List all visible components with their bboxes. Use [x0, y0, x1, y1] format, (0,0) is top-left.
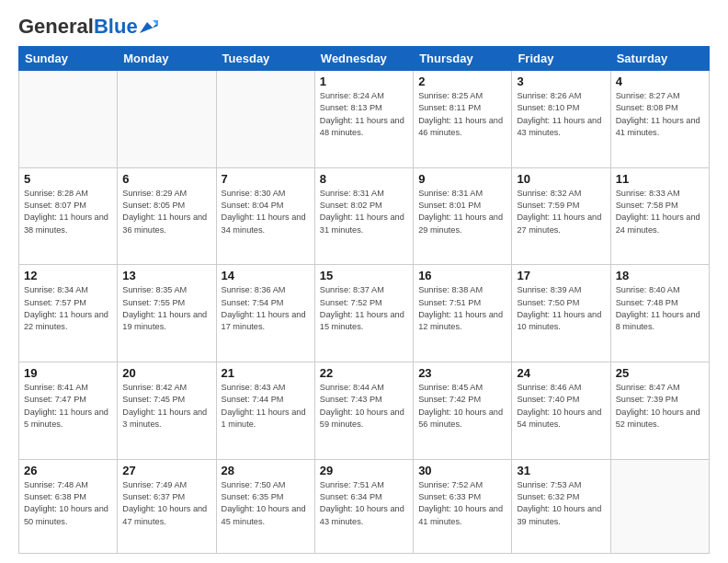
- calendar-cell: 14Sunrise: 8:36 AM Sunset: 7:54 PM Dayli…: [216, 265, 314, 362]
- day-number: 18: [616, 269, 704, 282]
- day-info: Sunrise: 8:47 AM Sunset: 7:39 PM Dayligh…: [616, 382, 704, 431]
- calendar-cell: 2Sunrise: 8:25 AM Sunset: 8:11 PM Daylig…: [414, 71, 512, 168]
- day-number: 4: [616, 75, 704, 88]
- calendar-cell: 12Sunrise: 8:34 AM Sunset: 7:57 PM Dayli…: [19, 265, 118, 362]
- day-info: Sunrise: 8:36 AM Sunset: 7:54 PM Dayligh…: [222, 284, 310, 333]
- day-info: Sunrise: 8:42 AM Sunset: 7:45 PM Dayligh…: [122, 382, 210, 431]
- weekday-header-wednesday: Wednesday: [314, 47, 413, 71]
- weekday-header-tuesday: Tuesday: [216, 47, 314, 71]
- calendar-week-row: 1Sunrise: 8:24 AM Sunset: 8:13 PM Daylig…: [19, 71, 710, 168]
- calendar-cell: 18Sunrise: 8:40 AM Sunset: 7:48 PM Dayli…: [610, 265, 709, 362]
- calendar-table: SundayMondayTuesdayWednesdayThursdayFrid…: [18, 46, 710, 554]
- day-info: Sunrise: 8:46 AM Sunset: 7:40 PM Dayligh…: [517, 382, 605, 431]
- day-info: Sunrise: 8:25 AM Sunset: 8:11 PM Dayligh…: [418, 90, 506, 139]
- calendar-cell: 3Sunrise: 8:26 AM Sunset: 8:10 PM Daylig…: [512, 71, 610, 168]
- day-number: 24: [517, 366, 605, 380]
- day-number: 31: [517, 464, 605, 477]
- calendar-cell: 13Sunrise: 8:35 AM Sunset: 7:55 PM Dayli…: [118, 265, 216, 362]
- day-info: Sunrise: 8:28 AM Sunset: 8:07 PM Dayligh…: [24, 188, 112, 236]
- day-info: Sunrise: 8:38 AM Sunset: 7:51 PM Dayligh…: [418, 284, 506, 333]
- day-number: 19: [24, 366, 112, 380]
- calendar-cell: 22Sunrise: 8:44 AM Sunset: 7:43 PM Dayli…: [314, 362, 413, 460]
- day-number: 28: [222, 464, 310, 477]
- logo: GeneralBlue: [18, 17, 158, 37]
- calendar-cell: [19, 71, 118, 168]
- day-number: 29: [320, 464, 408, 477]
- calendar-cell: 8Sunrise: 8:31 AM Sunset: 8:02 PM Daylig…: [314, 167, 413, 265]
- calendar-cell: 30Sunrise: 7:52 AM Sunset: 6:33 PM Dayli…: [414, 459, 512, 553]
- day-number: 5: [24, 172, 112, 186]
- weekday-header-monday: Monday: [118, 47, 216, 71]
- day-number: 2: [418, 75, 506, 88]
- calendar-cell: 16Sunrise: 8:38 AM Sunset: 7:51 PM Dayli…: [414, 265, 512, 362]
- day-info: Sunrise: 8:33 AM Sunset: 7:58 PM Dayligh…: [616, 188, 704, 236]
- day-info: Sunrise: 8:34 AM Sunset: 7:57 PM Dayligh…: [24, 284, 112, 333]
- day-number: 6: [122, 172, 210, 186]
- day-number: 26: [24, 464, 112, 477]
- day-number: 21: [222, 366, 310, 380]
- day-info: Sunrise: 7:48 AM Sunset: 6:38 PM Dayligh…: [24, 479, 112, 528]
- calendar-week-row: 12Sunrise: 8:34 AM Sunset: 7:57 PM Dayli…: [19, 265, 710, 362]
- calendar-cell: [610, 459, 709, 553]
- day-info: Sunrise: 7:52 AM Sunset: 6:33 PM Dayligh…: [418, 479, 506, 528]
- calendar-cell: 4Sunrise: 8:27 AM Sunset: 8:08 PM Daylig…: [610, 71, 709, 168]
- calendar-cell: 17Sunrise: 8:39 AM Sunset: 7:50 PM Dayli…: [512, 265, 610, 362]
- day-info: Sunrise: 7:51 AM Sunset: 6:34 PM Dayligh…: [320, 479, 408, 528]
- weekday-header-friday: Friday: [512, 47, 610, 71]
- logo-blue: Blue: [94, 15, 138, 38]
- day-number: 10: [517, 172, 605, 186]
- day-info: Sunrise: 8:29 AM Sunset: 8:05 PM Dayligh…: [122, 188, 210, 236]
- calendar-week-row: 26Sunrise: 7:48 AM Sunset: 6:38 PM Dayli…: [19, 459, 710, 553]
- calendar-cell: 9Sunrise: 8:31 AM Sunset: 8:01 PM Daylig…: [414, 167, 512, 265]
- day-number: 15: [320, 269, 408, 282]
- day-info: Sunrise: 8:24 AM Sunset: 8:13 PM Dayligh…: [320, 90, 408, 139]
- calendar-week-row: 5Sunrise: 8:28 AM Sunset: 8:07 PM Daylig…: [19, 167, 710, 265]
- calendar-week-row: 19Sunrise: 8:41 AM Sunset: 7:47 PM Dayli…: [19, 362, 710, 460]
- calendar-cell: 25Sunrise: 8:47 AM Sunset: 7:39 PM Dayli…: [610, 362, 709, 460]
- calendar-cell: 15Sunrise: 8:37 AM Sunset: 7:52 PM Dayli…: [314, 265, 413, 362]
- calendar-cell: 21Sunrise: 8:43 AM Sunset: 7:44 PM Dayli…: [216, 362, 314, 460]
- calendar-cell: 31Sunrise: 7:53 AM Sunset: 6:32 PM Dayli…: [512, 459, 610, 553]
- day-number: 23: [418, 366, 506, 380]
- day-info: Sunrise: 8:43 AM Sunset: 7:44 PM Dayligh…: [222, 382, 310, 431]
- calendar-cell: 27Sunrise: 7:49 AM Sunset: 6:37 PM Dayli…: [118, 459, 216, 553]
- day-number: 16: [418, 269, 506, 282]
- day-info: Sunrise: 8:45 AM Sunset: 7:42 PM Dayligh…: [418, 382, 506, 431]
- calendar-cell: 5Sunrise: 8:28 AM Sunset: 8:07 PM Daylig…: [19, 167, 118, 265]
- logo-general: General: [18, 15, 94, 38]
- calendar-cell: 6Sunrise: 8:29 AM Sunset: 8:05 PM Daylig…: [118, 167, 216, 265]
- weekday-header-sunday: Sunday: [19, 47, 118, 71]
- day-number: 11: [616, 172, 704, 186]
- logo-icon: [140, 20, 158, 33]
- day-number: 12: [24, 269, 112, 282]
- day-info: Sunrise: 8:41 AM Sunset: 7:47 PM Dayligh…: [24, 382, 112, 431]
- calendar-cell: 11Sunrise: 8:33 AM Sunset: 7:58 PM Dayli…: [610, 167, 709, 265]
- calendar-cell: 28Sunrise: 7:50 AM Sunset: 6:35 PM Dayli…: [216, 459, 314, 553]
- day-number: 9: [418, 172, 506, 186]
- calendar-body: 1Sunrise: 8:24 AM Sunset: 8:13 PM Daylig…: [19, 71, 710, 554]
- day-info: Sunrise: 8:44 AM Sunset: 7:43 PM Dayligh…: [320, 382, 408, 431]
- calendar-cell: 10Sunrise: 8:32 AM Sunset: 7:59 PM Dayli…: [512, 167, 610, 265]
- header: GeneralBlue: [18, 17, 710, 37]
- calendar-cell: 19Sunrise: 8:41 AM Sunset: 7:47 PM Dayli…: [19, 362, 118, 460]
- day-number: 17: [517, 269, 605, 282]
- day-info: Sunrise: 8:40 AM Sunset: 7:48 PM Dayligh…: [616, 284, 704, 333]
- day-number: 7: [222, 172, 310, 186]
- day-info: Sunrise: 8:27 AM Sunset: 8:08 PM Dayligh…: [616, 90, 704, 139]
- calendar-cell: 29Sunrise: 7:51 AM Sunset: 6:34 PM Dayli…: [314, 459, 413, 553]
- day-number: 20: [122, 366, 210, 380]
- day-number: 3: [517, 75, 605, 88]
- day-number: 8: [320, 172, 408, 186]
- calendar-header-row: SundayMondayTuesdayWednesdayThursdayFrid…: [19, 47, 710, 71]
- calendar-cell: 24Sunrise: 8:46 AM Sunset: 7:40 PM Dayli…: [512, 362, 610, 460]
- svg-marker-0: [140, 22, 158, 33]
- day-info: Sunrise: 8:32 AM Sunset: 7:59 PM Dayligh…: [517, 188, 605, 236]
- calendar-cell: 20Sunrise: 8:42 AM Sunset: 7:45 PM Dayli…: [118, 362, 216, 460]
- day-number: 14: [222, 269, 310, 282]
- calendar-cell: [216, 71, 314, 168]
- day-info: Sunrise: 8:26 AM Sunset: 8:10 PM Dayligh…: [517, 90, 605, 139]
- day-info: Sunrise: 8:39 AM Sunset: 7:50 PM Dayligh…: [517, 284, 605, 333]
- day-info: Sunrise: 8:30 AM Sunset: 8:04 PM Dayligh…: [222, 188, 310, 236]
- calendar-cell: 7Sunrise: 8:30 AM Sunset: 8:04 PM Daylig…: [216, 167, 314, 265]
- day-number: 30: [418, 464, 506, 477]
